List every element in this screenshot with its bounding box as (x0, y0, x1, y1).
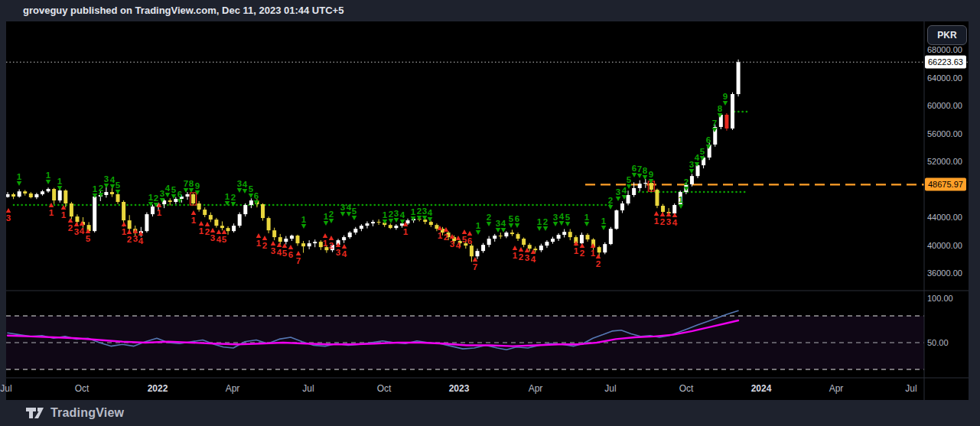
candle[interactable] (353, 229, 357, 233)
chart-canvas[interactable]: 1111234512345678912345611234512341234123… (6, 21, 969, 400)
candle[interactable] (11, 194, 15, 197)
candle[interactable] (209, 215, 213, 220)
candle[interactable] (58, 190, 62, 200)
candle[interactable] (151, 206, 155, 214)
candle[interactable] (348, 233, 352, 237)
candle[interactable] (278, 237, 282, 242)
candle[interactable] (47, 189, 50, 191)
candle[interactable] (423, 220, 427, 222)
currency-toggle-button[interactable]: PKR (927, 25, 967, 45)
candle[interactable] (522, 239, 526, 245)
time-axis-tick[interactable]: Oct (75, 383, 90, 394)
candle[interactable] (568, 232, 572, 237)
time-axis-tick[interactable]: 2023 (449, 383, 470, 394)
candle[interactable] (174, 199, 177, 202)
time-axis-tick[interactable]: Jul (604, 383, 616, 394)
time-axis-tick[interactable]: Jul (0, 383, 11, 394)
candle[interactable] (597, 247, 601, 252)
candle[interactable] (557, 235, 561, 239)
time-axis-tick[interactable]: Apr (226, 383, 240, 394)
candle[interactable] (493, 236, 497, 239)
candle[interactable] (470, 246, 474, 256)
candle[interactable] (562, 232, 566, 235)
candle[interactable] (487, 239, 491, 245)
candle[interactable] (110, 192, 114, 194)
candle[interactable] (365, 223, 369, 226)
candle[interactable] (586, 235, 590, 239)
candle[interactable] (690, 176, 694, 184)
candle[interactable] (400, 223, 404, 226)
candle[interactable] (342, 237, 346, 240)
candle[interactable] (29, 193, 33, 197)
candle[interactable] (23, 191, 27, 193)
candle[interactable] (643, 183, 647, 184)
candle[interactable] (267, 218, 271, 230)
time-axis-tick[interactable]: Jul (905, 383, 917, 394)
candle[interactable] (75, 216, 79, 222)
candle[interactable] (516, 234, 520, 239)
candle[interactable] (284, 239, 288, 242)
candle[interactable] (528, 245, 532, 249)
candle[interactable] (504, 233, 508, 236)
time-axis-tick[interactable]: 2022 (148, 383, 168, 394)
candle[interactable] (296, 236, 300, 243)
candle[interactable] (41, 191, 44, 194)
candle[interactable] (70, 203, 73, 216)
candle[interactable] (435, 225, 438, 229)
candle[interactable] (191, 194, 195, 203)
candle[interactable] (475, 251, 479, 256)
candle[interactable] (220, 226, 224, 228)
candle[interactable] (371, 222, 375, 223)
candle[interactable] (313, 242, 317, 243)
candle[interactable] (737, 62, 741, 94)
candle[interactable] (638, 184, 642, 188)
candle[interactable] (6, 194, 10, 197)
candle[interactable] (510, 233, 514, 234)
candle[interactable] (539, 246, 543, 250)
candle[interactable] (116, 194, 120, 202)
time-axis-tick[interactable]: Apr (529, 383, 543, 394)
candle[interactable] (226, 228, 230, 231)
time-axis-tick[interactable]: Apr (829, 383, 844, 394)
candle[interactable] (122, 202, 125, 220)
candle[interactable] (731, 94, 734, 128)
candle[interactable] (18, 191, 21, 197)
time-axis-tick[interactable]: Oct (679, 383, 694, 394)
candle[interactable] (377, 222, 381, 223)
candle[interactable] (661, 206, 665, 212)
candle[interactable] (632, 188, 636, 195)
candle[interactable] (394, 226, 398, 228)
chart-area[interactable]: 1111234512345678912345611234512341234123… (6, 21, 969, 400)
candle[interactable] (696, 165, 700, 176)
candle[interactable] (301, 243, 305, 246)
candle[interactable] (609, 229, 613, 244)
candle[interactable] (406, 220, 410, 223)
candle[interactable] (238, 214, 242, 226)
time-axis-tick[interactable]: Jul (302, 383, 314, 394)
candle[interactable] (614, 210, 618, 229)
candle[interactable] (672, 205, 676, 213)
time-axis-tick[interactable]: Oct (377, 383, 392, 394)
candle[interactable] (499, 236, 503, 236)
candle[interactable] (545, 242, 549, 246)
candle[interactable] (93, 197, 96, 231)
candle[interactable] (128, 220, 132, 229)
candle[interactable] (203, 210, 207, 215)
candle[interactable] (429, 222, 433, 225)
candle[interactable] (197, 203, 201, 210)
candle[interactable] (650, 183, 653, 190)
candle[interactable] (360, 226, 363, 229)
candle[interactable] (724, 115, 728, 128)
time-axis-tick[interactable]: 2024 (751, 383, 772, 394)
tradingview-logo[interactable]: TradingView (25, 406, 124, 420)
candle[interactable] (249, 200, 253, 205)
candle[interactable] (104, 192, 108, 195)
candle[interactable] (243, 205, 247, 214)
candle[interactable] (551, 239, 555, 242)
candle[interactable] (185, 194, 189, 197)
candle[interactable] (603, 244, 607, 252)
candle[interactable] (232, 226, 236, 231)
candle[interactable] (655, 190, 659, 206)
candle[interactable] (145, 214, 148, 231)
candle[interactable] (63, 190, 67, 203)
